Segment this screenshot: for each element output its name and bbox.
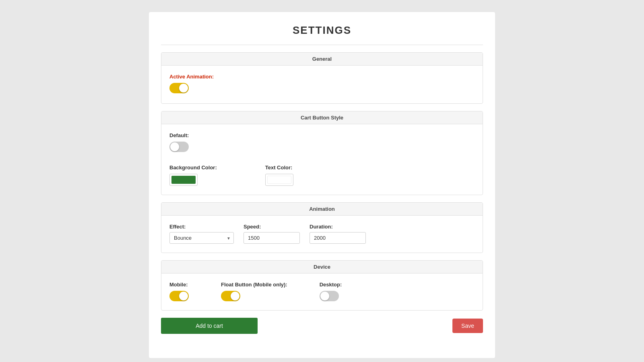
general-section-header: General (161, 53, 483, 66)
text-color-swatch (267, 176, 291, 184)
mobile-toggle-thumb (179, 292, 188, 300)
bottom-row: Add to cart Save (161, 318, 483, 334)
main-container: SETTINGS General Active Animation: Cart … (149, 12, 495, 358)
active-animation-toggle[interactable] (169, 83, 189, 93)
effect-field: Effect: Bounce Shake Pulse Swing Tada ▼ (169, 224, 234, 244)
mobile-label: Mobile: (169, 282, 189, 288)
add-to-cart-button[interactable]: Add to cart (161, 318, 258, 334)
speed-input[interactable] (244, 232, 300, 244)
device-section: Device Mobile: Float Button (Mobile only… (161, 260, 483, 311)
mobile-toggle[interactable] (169, 291, 189, 301)
general-section: General Active Animation: (161, 52, 483, 104)
animation-section-header: Animation (161, 203, 483, 216)
background-color-swatch-wrapper[interactable] (169, 174, 198, 186)
mobile-field: Mobile: (169, 282, 189, 301)
default-toggle[interactable] (169, 142, 189, 152)
cart-button-style-section: Cart Button Style Default: Background Co… (161, 111, 483, 195)
float-button-label: Float Button (Mobile only): (221, 282, 287, 288)
speed-label: Speed: (244, 224, 300, 230)
general-section-body: Active Animation: (161, 66, 483, 103)
toggle-thumb (179, 84, 188, 93)
page-title: SETTINGS (161, 24, 483, 37)
background-color-label: Background Color: (169, 165, 217, 171)
desktop-field: Desktop: (320, 282, 342, 301)
device-row: Mobile: Float Button (Mobile only): Desk… (169, 282, 475, 301)
duration-label: Duration: (310, 224, 366, 230)
active-animation-label: Active Animation: (169, 74, 475, 80)
duration-field: Duration: (310, 224, 366, 244)
cart-button-style-header: Cart Button Style (161, 111, 483, 124)
float-button-toggle[interactable] (221, 291, 240, 301)
background-color-swatch (171, 176, 196, 184)
default-label: Default: (169, 132, 475, 138)
animation-section-body: Effect: Bounce Shake Pulse Swing Tada ▼ … (161, 216, 483, 253)
device-section-header: Device (161, 261, 483, 274)
title-divider (161, 45, 483, 45)
cart-button-style-body: Default: Background Color: Text Color: (161, 124, 483, 195)
duration-input[interactable] (310, 232, 366, 244)
text-color-label: Text Color: (265, 165, 293, 171)
default-toggle-thumb (170, 142, 179, 151)
animation-row: Effect: Bounce Shake Pulse Swing Tada ▼ … (169, 224, 475, 244)
animation-section: Animation Effect: Bounce Shake Pulse Swi… (161, 202, 483, 253)
effect-select[interactable]: Bounce Shake Pulse Swing Tada (169, 232, 234, 244)
float-button-toggle-thumb (231, 292, 239, 300)
device-section-body: Mobile: Float Button (Mobile only): Desk… (161, 274, 483, 310)
effect-select-wrapper: Bounce Shake Pulse Swing Tada ▼ (169, 232, 234, 244)
desktop-toggle-thumb (320, 292, 329, 300)
desktop-label: Desktop: (320, 282, 342, 288)
text-color-swatch-wrapper[interactable] (265, 174, 293, 186)
speed-field: Speed: (244, 224, 300, 244)
background-color-field: Background Color: (169, 165, 217, 186)
color-field-group: Background Color: Text Color: (169, 165, 475, 186)
desktop-toggle[interactable] (320, 291, 339, 301)
save-button[interactable]: Save (452, 319, 483, 333)
text-color-field: Text Color: (265, 165, 293, 186)
float-button-field: Float Button (Mobile only): (221, 282, 287, 301)
effect-label: Effect: (169, 224, 234, 230)
